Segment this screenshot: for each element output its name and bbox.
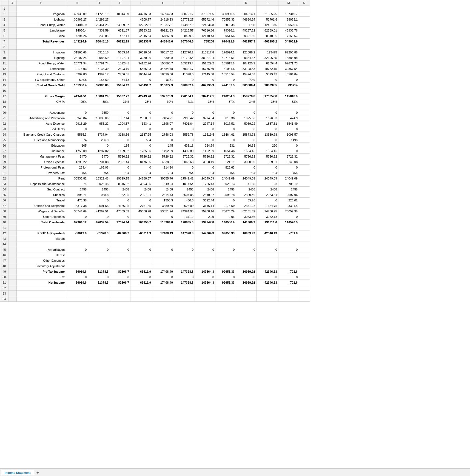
cell-r47-c12[interactable] (257, 258, 278, 263)
cell-r24-c6[interactable]: 2137.25 (130, 132, 152, 137)
cell-r14-c13[interactable]: 0 (278, 77, 299, 82)
cell-r35-c14[interactable] (299, 192, 310, 198)
cell-r11-c10[interactable]: 135813.6 (215, 61, 236, 66)
cell-r26-c14[interactable] (299, 143, 310, 148)
cell-r54-c10[interactable] (215, 296, 236, 302)
cell-r13-c8[interactable]: 11398.5 (174, 72, 195, 77)
cell-r42-c12[interactable]: 42346.13 (257, 230, 278, 236)
cell-r52-c1[interactable] (8, 285, 17, 291)
cell-r26-c11[interactable]: 10.63 (236, 143, 257, 148)
cell-r33-c3[interactable]: 75 (66, 181, 88, 187)
cell-r23-c9[interactable]: 0 (195, 126, 215, 132)
cell-r11-c5[interactable]: 15924.5 (110, 61, 130, 66)
cell-r39-c11[interactable]: -3063.36 (236, 214, 257, 220)
cell-r5-c12[interactable]: 62589.01 (257, 28, 278, 33)
cell-r14-c7[interactable]: -8161 (152, 77, 174, 82)
cell-r13-c5[interactable]: 2706.55 (110, 72, 130, 77)
cell-r47-c8[interactable] (174, 258, 195, 263)
cell-r6-c4[interactable]: 235.85 (88, 33, 110, 39)
cell-r31-c3[interactable]: 754 (66, 170, 88, 176)
cell-r29-c5[interactable]: 2821.44 (110, 159, 130, 165)
cell-r48-c4[interactable] (88, 263, 110, 269)
cell-r18-c14[interactable] (299, 99, 310, 104)
cell-r12-c10[interactable]: 51044.6 (215, 66, 236, 72)
cell-r21-c8[interactable]: 2900.42 (174, 115, 195, 121)
cell-r52-c2[interactable] (17, 285, 66, 291)
cell-r13-c7[interactable]: 18629.66 (152, 72, 174, 77)
cell-r47-c10[interactable] (215, 258, 236, 263)
cell-r25-c5[interactable]: 0 (110, 137, 130, 143)
cell-r15-c5[interactable]: 25654.42 (110, 82, 130, 88)
cell-r4-c2[interactable]: Pond, Pump, Water (17, 22, 66, 28)
cell-r48-c13[interactable] (278, 263, 299, 269)
cell-r31-c8[interactable]: 754 (174, 170, 195, 176)
cell-r16-c10[interactable] (215, 88, 236, 93)
cell-r53-c4[interactable] (88, 291, 110, 296)
cell-r15-c13[interactable]: 233214 (278, 82, 299, 88)
cell-r3-c11[interactable]: 46834.24 (236, 17, 257, 22)
cell-r26-c1[interactable] (8, 143, 17, 148)
cell-r34-c8[interactable]: 2458 (174, 187, 195, 192)
cell-r36-c13[interactable]: 226.02 (278, 198, 299, 203)
cell-r35-c6[interactable]: 2901.91 (130, 192, 152, 198)
cell-r29-c10[interactable]: 6121.11 (215, 159, 236, 165)
cell-r32-c11[interactable]: 24049.09 (236, 176, 257, 181)
cell-r4-c1[interactable] (8, 22, 17, 28)
cell-r46-c10[interactable] (215, 252, 236, 258)
cell-r12-c11[interactable]: 33108.43 (236, 66, 257, 72)
cell-r6-c6[interactable]: -2045.34 (130, 33, 152, 39)
cell-r46-c11[interactable] (236, 252, 257, 258)
cell-r8-c3[interactable] (66, 44, 88, 50)
cell-r13-c2[interactable]: Freight and Customs (17, 72, 66, 77)
cell-r9-c3[interactable]: 31565.66 (66, 50, 88, 55)
cell-r2-c3[interactable]: 49938.09 (66, 11, 88, 17)
cell-r8-c9[interactable] (195, 44, 215, 50)
cell-r38-c5[interactable]: 47869.02 (110, 209, 130, 214)
cell-r7-c4[interactable]: 53048.15 (88, 39, 110, 44)
cell-r53-c8[interactable] (174, 291, 195, 296)
cell-r6-c13[interactable]: 7156.67 (278, 33, 299, 39)
cell-r49-c2[interactable]: Pre Tax Income (17, 269, 66, 274)
cell-r41-c10[interactable] (215, 225, 236, 230)
cell-r22-c8[interactable]: 7401.64 (174, 121, 195, 126)
cell-r9-c11[interactable]: 121886.2 (236, 50, 257, 55)
cell-r2-c9[interactable]: 376271.5 (195, 11, 215, 17)
cell-r21-c6[interactable]: 2958.61 (130, 115, 152, 121)
cell-r32-c2[interactable]: Rent (17, 176, 66, 181)
cell-r30-c1[interactable] (8, 165, 17, 170)
cell-r33-c12[interactable]: 128 (257, 181, 278, 187)
cell-r3-c12[interactable]: 52701.6 (257, 17, 278, 22)
cell-r46-c9[interactable] (195, 252, 215, 258)
cell-r2-c11[interactable]: 204914.1 (236, 11, 257, 17)
tab-income-statement[interactable]: Income Statement (1, 470, 34, 475)
cell-r29-c8[interactable]: 3063.68 (174, 159, 195, 165)
cell-r22-c5[interactable]: 1004.37 (110, 121, 130, 126)
cell-r53-c12[interactable] (257, 291, 278, 296)
cell-r8-c7[interactable] (152, 44, 174, 50)
cell-r33-c14[interactable] (299, 181, 310, 187)
cell-r47-c7[interactable] (152, 258, 174, 263)
cell-r53-c11[interactable] (236, 291, 257, 296)
cell-r21-c5[interactable]: 887.14 (110, 115, 130, 121)
cell-r46-c8[interactable] (174, 252, 195, 258)
cell-r18-c1[interactable] (8, 99, 17, 104)
cell-r28-c14[interactable] (299, 154, 310, 159)
cell-r13-c11[interactable]: 15424.07 (236, 72, 257, 77)
cell-r44-c6[interactable] (130, 241, 152, 247)
cell-r5-c10[interactable]: 79326.1 (215, 28, 236, 33)
cell-r27-c14[interactable] (299, 148, 310, 154)
cell-r13-c1[interactable] (8, 72, 17, 77)
cell-r36-c9[interactable]: 3622.44 (195, 198, 215, 203)
cell-r22-c1[interactable] (8, 121, 17, 126)
cell-r31-c9[interactable]: 754 (195, 170, 215, 176)
cell-r4-c14[interactable] (299, 22, 310, 28)
cell-r26-c13[interactable]: 0 (278, 143, 299, 148)
cell-r3-c1[interactable] (8, 17, 17, 22)
cell-r19-c5[interactable] (110, 104, 130, 110)
cell-r34-c7[interactable]: 2458 (152, 187, 174, 192)
cell-r51-c9[interactable]: 147664.3 (195, 280, 215, 285)
cell-r41-c9[interactable] (195, 225, 215, 230)
cell-r18-c5[interactable]: 37% (110, 99, 130, 104)
cell-r52-c14[interactable] (299, 285, 310, 291)
cell-r14-c4[interactable]: 155.69 (88, 77, 110, 82)
